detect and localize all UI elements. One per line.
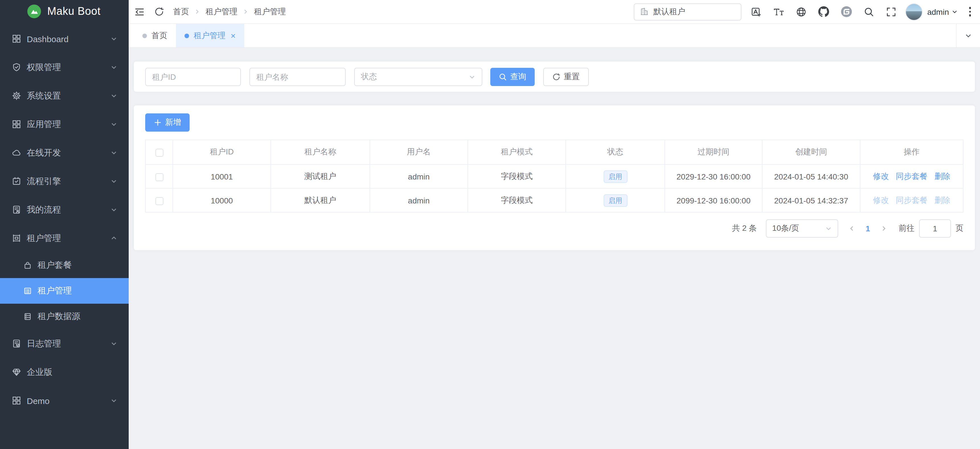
table-row: 10000 默认租户 admin 字段模式 启用 2099-12-30 16:0… <box>145 188 963 212</box>
select-all-checkbox[interactable] <box>155 149 163 157</box>
grid-icon <box>12 396 21 405</box>
sidebar-item-log-management[interactable]: 日志管理 <box>0 329 129 358</box>
github-icon[interactable] <box>819 6 829 17</box>
tenant-id-input[interactable] <box>145 67 241 86</box>
app-title: Maku Boot <box>47 5 100 18</box>
status-select[interactable]: 状态 <box>354 67 482 86</box>
sync-package-link[interactable]: 同步套餐 <box>896 171 928 181</box>
row-checkbox[interactable] <box>155 197 163 205</box>
collapse-sidebar-icon[interactable] <box>134 6 145 17</box>
header-icons <box>751 6 897 17</box>
fullscreen-icon[interactable] <box>886 6 897 17</box>
delete-link-disabled: 删除 <box>934 195 950 204</box>
refresh-icon[interactable] <box>154 7 164 16</box>
sidebar-item-demo[interactable]: Demo <box>0 386 129 415</box>
delete-link[interactable]: 删除 <box>934 171 950 181</box>
sidebar-item-my-workflow[interactable]: 我的流程 <box>0 195 129 224</box>
tenant-name-input[interactable] <box>250 67 346 86</box>
cell-mode: 字段模式 <box>468 165 566 188</box>
cell-create-time: 2024-01-05 14:32:37 <box>762 188 860 212</box>
chevron-down-icon <box>469 73 476 80</box>
row-checkbox[interactable] <box>155 173 163 181</box>
sidebar-subitem-tenant-datasource[interactable]: 租户数据源 <box>0 304 129 329</box>
col-actions: 操作 <box>860 140 963 165</box>
table-header-row: 租户ID 租户名称 用户名 租户模式 状态 过期时间 创建时间 操作 <box>145 140 963 165</box>
tab-label: 首页 <box>151 30 167 41</box>
modify-link[interactable]: 修改 <box>873 171 889 181</box>
more-options-icon[interactable] <box>967 5 973 19</box>
add-button[interactable]: 新增 <box>145 113 189 132</box>
modify-link-disabled: 修改 <box>873 195 889 204</box>
sidebar-item-tenant-management[interactable]: 租户管理 <box>0 224 129 252</box>
page-content: 状态 查询 重置 新增 <box>129 48 980 449</box>
sidebar-item-dashboard[interactable]: Dashboard <box>0 24 129 53</box>
tab-home[interactable]: 首页 <box>134 24 176 47</box>
sidebar-item-system-settings[interactable]: 系统设置 <box>0 81 129 110</box>
breadcrumb-tenant-mgmt[interactable]: 租户管理 <box>205 6 237 17</box>
close-icon[interactable]: × <box>231 31 236 40</box>
sidebar-menu: Dashboard 权限管理 系统设置 应用管理 在线开发 <box>0 23 129 415</box>
col-tenant-id: 租户ID <box>173 140 271 165</box>
database-icon <box>23 312 32 321</box>
tab-tenant-management[interactable]: 租户管理 × <box>176 24 244 47</box>
user-menu[interactable]: admin <box>928 7 958 16</box>
cell-tenant-id: 10000 <box>173 188 271 212</box>
gitee-icon[interactable] <box>842 6 852 17</box>
tenant-table: 租户ID 租户名称 用户名 租户模式 状态 过期时间 创建时间 操作 <box>145 140 964 213</box>
page-size-select[interactable]: 10条/页 <box>766 219 838 238</box>
sidebar: Maku Boot Dashboard 权限管理 系统设置 应用管理 <box>0 0 129 449</box>
sidebar-item-enterprise[interactable]: 企业版 <box>0 358 129 386</box>
filter-bar: 状态 查询 重置 <box>134 62 975 92</box>
page-number[interactable]: 1 <box>860 224 876 233</box>
search-icon <box>499 73 507 81</box>
breadcrumb-home[interactable]: 首页 <box>173 6 189 17</box>
page-size-value: 10条/页 <box>772 224 799 233</box>
sidebar-item-app-management[interactable]: 应用管理 <box>0 110 129 139</box>
search-button[interactable]: 查询 <box>490 67 535 86</box>
user-avatar[interactable] <box>906 3 923 20</box>
app-logo[interactable]: Maku Boot <box>0 0 129 23</box>
sidebar-item-permissions[interactable]: 权限管理 <box>0 53 129 81</box>
diamond-icon <box>12 368 21 377</box>
sidebar-subitem-tenant-management[interactable]: 租户管理 <box>0 278 129 304</box>
chevron-down-icon <box>110 178 117 185</box>
search-icon[interactable] <box>864 6 874 17</box>
tab-dot <box>185 34 189 38</box>
breadcrumb-current: 租户管理 <box>254 6 286 17</box>
translate-icon[interactable] <box>751 6 762 17</box>
table-row: 10001 测试租户 admin 字段模式 启用 2029-12-30 16:0… <box>145 165 963 188</box>
username-label: admin <box>928 7 949 16</box>
tab-label: 租户管理 <box>194 30 226 41</box>
status-badge: 启用 <box>603 170 627 183</box>
main-area: 首页 租户管理 租户管理 默认租户 <box>129 0 980 449</box>
goto-label: 前往 <box>899 224 915 233</box>
sidebar-item-workflow-engine[interactable]: 流程引擎 <box>0 167 129 195</box>
tab-dropdown-button[interactable] <box>956 24 980 47</box>
tab-dot <box>142 34 147 38</box>
refresh-icon <box>552 73 560 81</box>
gear-icon <box>12 91 21 100</box>
chevron-down-icon <box>110 206 117 213</box>
globe-icon[interactable] <box>796 6 807 17</box>
cell-expire-time: 2029-12-30 16:00:00 <box>665 165 762 188</box>
cloud-icon <box>12 148 21 157</box>
sidebar-subitem-tenant-package[interactable]: 租户套餐 <box>0 252 129 278</box>
page-unit-label: 页 <box>956 224 964 233</box>
chevron-down-icon <box>110 35 117 42</box>
tenant-select-value: 默认租户 <box>654 6 685 17</box>
goto-page-input[interactable] <box>919 219 951 238</box>
app-window: Maku Boot Dashboard 权限管理 系统设置 应用管理 <box>0 0 980 449</box>
font-size-icon[interactable] <box>773 6 784 17</box>
tenant-select[interactable]: 默认租户 <box>634 3 742 20</box>
chevron-down-icon <box>825 225 832 232</box>
next-page-icon[interactable] <box>876 219 892 238</box>
reset-button[interactable]: 重置 <box>543 67 589 86</box>
breadcrumb: 首页 租户管理 租户管理 <box>173 6 286 17</box>
prev-page-icon[interactable] <box>844 219 860 238</box>
chevron-right-icon <box>243 8 249 15</box>
frame-icon <box>12 233 21 243</box>
sidebar-item-online-dev[interactable]: 在线开发 <box>0 139 129 167</box>
col-create-time: 创建时间 <box>762 140 860 165</box>
col-mode: 租户模式 <box>468 140 566 165</box>
shield-check-icon <box>12 63 21 72</box>
